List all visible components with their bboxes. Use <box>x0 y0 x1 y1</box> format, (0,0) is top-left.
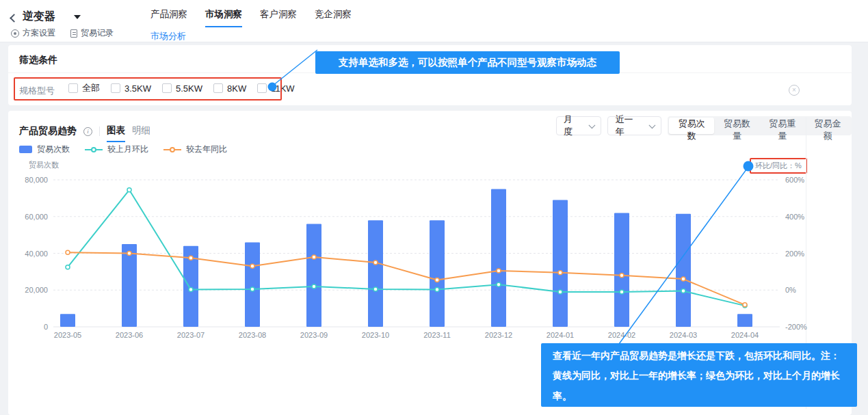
svg-text:0: 0 <box>44 323 48 331</box>
filter-tip-callout: 支持单选和多选，可以按照单个产品不同型号观察市场动态 <box>315 51 620 74</box>
svg-text:2023-07: 2023-07 <box>177 331 205 339</box>
checkbox-label: 8KW <box>227 83 246 94</box>
checkbox-label: 5.5KW <box>176 83 202 94</box>
spec-checkbox-8KW[interactable]: 8KW <box>213 83 246 94</box>
market-insight-page: 逆变器 方案设置 贸易记录 产品洞察市场洞察客户洞察竞企洞察 市场分析 筛选条件… <box>0 0 868 415</box>
svg-text:2023-08: 2023-08 <box>239 331 266 339</box>
tab-市场洞察[interactable]: 市场洞察 <box>205 8 242 27</box>
spec-checkbox-11KW[interactable]: 11KW <box>257 83 294 94</box>
svg-text:400%: 400% <box>785 213 804 221</box>
svg-text:2024-04: 2024-04 <box>731 331 759 339</box>
svg-text:2023-10: 2023-10 <box>362 331 389 339</box>
svg-text:2024-01: 2024-01 <box>547 331 574 339</box>
checkbox-label: 3.5KW <box>124 83 151 94</box>
svg-text:2024-03: 2024-03 <box>670 331 697 339</box>
target-icon <box>11 29 19 38</box>
svg-text:2023-12: 2023-12 <box>485 331 512 339</box>
back-icon[interactable] <box>10 14 18 23</box>
spec-checkbox-3.5KW[interactable]: 3.5KW <box>111 83 151 94</box>
checkbox-box[interactable] <box>257 83 267 93</box>
svg-text:200%: 200% <box>785 250 804 258</box>
clear-filter-icon[interactable]: × <box>789 85 800 96</box>
svg-text:2023-06: 2023-06 <box>116 331 143 339</box>
svg-text:0%: 0% <box>785 286 796 294</box>
spec-checkbox-全部[interactable]: 全部 <box>68 82 100 94</box>
checkbox-box[interactable] <box>213 83 223 93</box>
svg-text:2024-02: 2024-02 <box>608 331 635 339</box>
insight-tabs: 产品洞察市场洞察客户洞察竞企洞察 <box>150 0 352 27</box>
checkbox-label: 全部 <box>82 82 100 94</box>
filter-section-title: 筛选条件 <box>19 54 57 66</box>
subtab-market-analysis[interactable]: 市场分析 <box>150 30 186 46</box>
document-icon <box>70 29 77 38</box>
svg-text:2023-11: 2023-11 <box>423 331 451 339</box>
svg-text:80,000: 80,000 <box>25 176 48 184</box>
spec-checkbox-group: 全部3.5KW5.5KW8KW11KW <box>68 82 295 94</box>
svg-text:60,000: 60,000 <box>25 213 48 221</box>
tab-客户洞察[interactable]: 客户洞察 <box>260 8 297 27</box>
spec-model-label: 规格型号 <box>19 85 55 97</box>
tab-竞企洞察[interactable]: 竞企洞察 <box>315 8 352 27</box>
spec-checkbox-5.5KW[interactable]: 5.5KW <box>162 83 202 94</box>
sub-actions: 方案设置 贸易记录 <box>11 27 114 39</box>
svg-text:2023-05: 2023-05 <box>54 331 81 339</box>
checkbox-box[interactable] <box>111 83 120 93</box>
svg-text:20,000: 20,000 <box>25 286 48 294</box>
page-title: 逆变器 <box>23 10 55 24</box>
svg-text:2023-09: 2023-09 <box>300 331 328 339</box>
svg-text:40,000: 40,000 <box>25 250 48 258</box>
trend-tip-callout: 查看近一年内产品贸易趋势是增长还是下跌，包括环比和同比。注：黄线为同比，对比上一… <box>541 343 857 407</box>
top-bar: 逆变器 方案设置 贸易记录 产品洞察市场洞察客户洞察竞企洞察 市场分析 <box>0 0 868 42</box>
tab-产品洞察[interactable]: 产品洞察 <box>150 8 187 27</box>
title-dropdown-caret-icon[interactable] <box>74 15 81 19</box>
checkbox-box[interactable] <box>68 83 78 93</box>
svg-text:-200%: -200% <box>785 323 807 331</box>
scheme-settings-label: 方案设置 <box>23 27 55 39</box>
svg-text:600%: 600% <box>785 176 804 184</box>
scheme-settings-link[interactable]: 方案设置 <box>11 27 55 39</box>
checkbox-box[interactable] <box>162 83 172 93</box>
trade-records-label: 贸易记录 <box>81 27 114 39</box>
checkbox-label: 11KW <box>271 83 294 94</box>
trade-records-link[interactable]: 贸易记录 <box>70 27 114 39</box>
